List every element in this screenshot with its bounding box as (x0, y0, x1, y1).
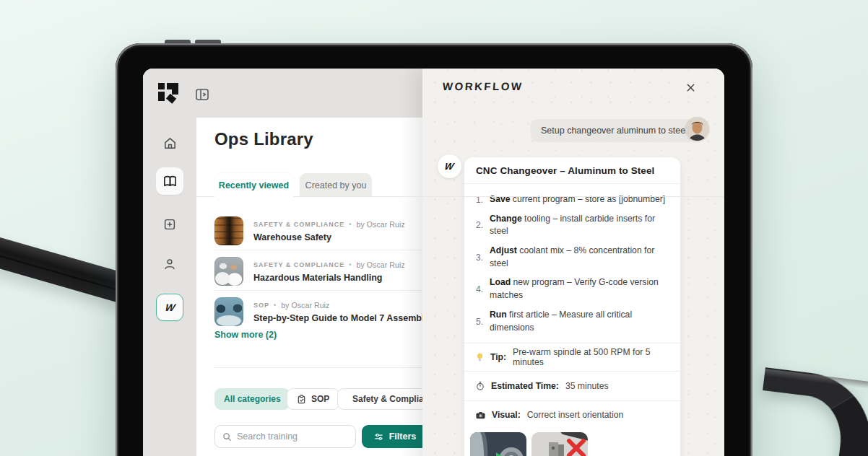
list-item-meta: SAFETY & COMPLIANCE•by Oscar Ruiz (253, 260, 405, 269)
sidebar-item-library-active[interactable] (156, 167, 183, 195)
step-item: 2. Change tooling – install carbide inse… (472, 213, 670, 238)
card-title: CNC Changeover – Aluminum to Steel (464, 157, 680, 184)
list-item-thumbnail (214, 216, 243, 245)
tab-recently-viewed[interactable]: Recently viewed (214, 173, 293, 197)
stand-arm-left (0, 233, 135, 305)
list-item-thumbnail (214, 257, 243, 286)
lightbulb-icon (476, 352, 484, 362)
tablet-screen: W Ops Library Recently viewed Created by… (143, 69, 724, 456)
visual-incorrect-image[interactable] (531, 432, 588, 456)
tip-row: Tip: Pre-warm spindle at 500 RPM for 5 m… (464, 343, 680, 371)
pill-all-categories[interactable]: All categories (214, 388, 290, 410)
list-item-thumbnail (214, 297, 243, 326)
sidebar-expand-icon[interactable] (194, 87, 210, 102)
estimated-time-row: Estimated Time: 35 minutes (464, 372, 680, 400)
tab-created-by-you[interactable]: Created by you (300, 173, 372, 197)
search-icon (222, 432, 232, 442)
stand-handle-right (746, 367, 868, 456)
search-input[interactable] (237, 431, 338, 442)
camera-icon (476, 411, 485, 419)
stopwatch-icon (476, 381, 485, 391)
steps-list: 1. Save current program – store as [jobn… (464, 184, 680, 343)
list-item-meta: SOP•by Oscar Ruiz (253, 301, 429, 310)
pill-sop[interactable]: SOP (287, 388, 339, 410)
step-item: 1. Save current program – store as [jobn… (472, 193, 670, 206)
visual-row: Visual: Correct insert orientation (464, 401, 680, 429)
step-item: 3. Adjust coolant mix – 8% concentration… (472, 245, 670, 270)
workflow-bot-avatar: W (438, 154, 461, 178)
step-item: 4. Load new program – Verify G-code vers… (472, 276, 670, 302)
tablet-device: W Ops Library Recently viewed Created by… (116, 43, 752, 456)
search-input-wrapper (214, 425, 356, 448)
sidebar-item-profile[interactable] (143, 250, 196, 279)
list-item-title: Hazardous Materials Handling (253, 273, 405, 283)
sidebar-item-home[interactable] (143, 128, 196, 157)
workflow-panel: WORKFLOW Setup changeover aluminum to st… (422, 69, 724, 456)
filters-button[interactable]: Filters (362, 425, 428, 448)
visual-thumbnails (464, 429, 680, 456)
workflow-brand: WORKFLOW (442, 80, 524, 92)
user-message-bubble: Setup changeover aluminum to steel (531, 119, 698, 141)
sidebar-item-workflow[interactable]: W (156, 294, 183, 321)
show-more-link[interactable]: Show more (2) (214, 330, 277, 340)
workflow-w-icon: W (164, 302, 175, 313)
list-item-title: Step-by-Step Guide to Model 7 Assembly (253, 313, 429, 323)
app-logo-icon (155, 79, 182, 107)
workflow-answer-card: CNC Changeover – Aluminum to Steel 1. Sa… (464, 157, 680, 456)
clipboard-icon (297, 395, 306, 404)
list-item-meta: SAFETY & COMPLIANCE•by Oscar Ruiz (253, 220, 405, 229)
close-icon[interactable] (682, 79, 698, 95)
user-avatar (685, 117, 709, 141)
list-item-title: Warehouse Safety (253, 232, 405, 242)
sliders-icon (374, 432, 383, 442)
sidebar-item-create[interactable] (143, 210, 196, 239)
page-title: Ops Library (214, 129, 313, 149)
step-item: 5. Run first article – Measure all criti… (472, 309, 670, 334)
visual-correct-image[interactable] (470, 432, 526, 456)
